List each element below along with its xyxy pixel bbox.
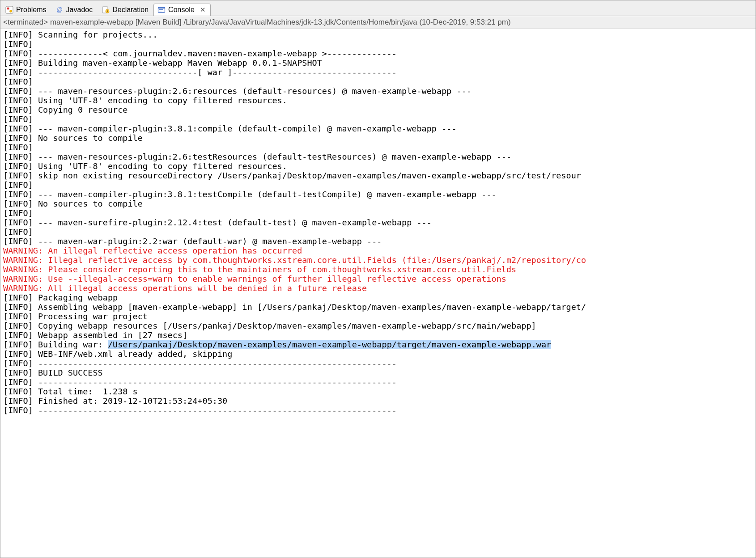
log-line: [INFO] Using 'UTF-8' encoding to copy fi…	[3, 161, 287, 171]
log-line: [INFO] --- maven-war-plugin:2.2:war (def…	[3, 237, 382, 246]
tab-label: Console	[168, 6, 195, 14]
close-tab-icon[interactable]: ✕	[200, 6, 206, 14]
tab-label: Declaration	[112, 6, 149, 14]
svg-rect-7	[158, 7, 165, 8]
svg-rect-8	[159, 9, 163, 10]
log-line: [INFO] Building maven-example-webapp Mav…	[3, 58, 322, 68]
process-info-bar: <terminated> maven-example-webapp [Maven…	[0, 16, 756, 29]
log-line: [INFO] Processing war project	[3, 312, 148, 321]
log-line: [INFO] --------------------------------[…	[3, 68, 397, 77]
log-line: [INFO] WEB-INF/web.xml already added, sk…	[3, 349, 232, 359]
log-line: [INFO]	[3, 39, 38, 49]
svg-point-1	[7, 8, 9, 10]
warning-line: WARNING: An illegal reflective access op…	[3, 246, 302, 255]
warning-line: WARNING: All illegal access operations w…	[3, 283, 367, 293]
selected-text: /Users/pankaj/Desktop/maven-examples/mav…	[108, 340, 551, 349]
log-line: [INFO] BUILD SUCCESS	[3, 368, 103, 377]
problems-icon	[5, 6, 13, 14]
log-line: [INFO] Finished at: 2019-12-10T21:53:24+…	[3, 396, 227, 406]
log-text: [INFO] Building war:	[3, 340, 108, 349]
warning-line: WARNING: Use --illegal-access=warn to en…	[3, 274, 506, 283]
console-output[interactable]: [INFO] Scanning for projects... [INFO] […	[0, 29, 756, 558]
log-line: [INFO] Assembling webapp [maven-example-…	[3, 302, 586, 312]
log-line: [INFO] ---------------------------------…	[3, 377, 397, 387]
log-line: [INFO] Packaging webapp	[3, 293, 118, 302]
tab-label: Problems	[16, 6, 47, 14]
log-line: [INFO] --- maven-resources-plugin:2.6:te…	[3, 152, 511, 161]
log-line: [INFO] Total time: 1.238 s	[3, 387, 138, 396]
log-line: [INFO]	[3, 143, 38, 152]
console-icon	[157, 6, 166, 14]
javadoc-icon: @	[55, 6, 64, 14]
log-line: [INFO] Using 'UTF-8' encoding to copy fi…	[3, 96, 287, 105]
warning-line: WARNING: Illegal reflective access by co…	[3, 255, 586, 265]
tab-console[interactable]: Console ✕	[153, 4, 211, 16]
log-line: [INFO] --- maven-compiler-plugin:3.8.1:t…	[3, 190, 497, 199]
log-line: [INFO]	[3, 77, 38, 86]
log-line: [INFO]	[3, 208, 38, 218]
log-line: [INFO] ---------------------------------…	[3, 406, 397, 415]
tab-javadoc[interactable]: @ Javadoc	[51, 4, 98, 16]
log-line: [INFO] --- maven-resources-plugin:2.6:re…	[3, 86, 471, 96]
view-tab-bar: Problems @ Javadoc Declaration Console ✕	[0, 0, 756, 16]
log-line: [INFO] No sources to compile	[3, 199, 143, 208]
log-line: [INFO] Copying 0 resource	[3, 105, 127, 114]
declaration-icon	[102, 6, 110, 14]
svg-text:@: @	[56, 6, 62, 13]
log-line: [INFO] skip non existing resourceDirecto…	[3, 171, 581, 180]
log-line: [INFO] --- maven-surefire-plugin:2.12.4:…	[3, 218, 432, 227]
log-line: [INFO] --- maven-compiler-plugin:3.8.1:c…	[3, 124, 457, 133]
svg-rect-9	[159, 11, 162, 11]
log-line: [INFO] Building war: /Users/pankaj/Deskt…	[3, 340, 551, 349]
svg-rect-0	[6, 6, 13, 13]
eclipse-view-frame: Problems @ Javadoc Declaration Console ✕…	[0, 0, 756, 558]
tab-declaration[interactable]: Declaration	[98, 4, 153, 16]
log-line: [INFO] Webapp assembled in [27 msecs]	[3, 330, 187, 340]
tab-label: Javadoc	[66, 6, 93, 14]
warning-line: WARNING: Please consider reporting this …	[3, 265, 516, 274]
tab-problems[interactable]: Problems	[1, 4, 51, 16]
log-line: [INFO] Scanning for projects...	[3, 30, 157, 39]
log-line: [INFO]	[3, 114, 38, 124]
log-line: [INFO] ---------------------------------…	[3, 359, 397, 368]
log-line: [INFO]	[3, 227, 38, 237]
log-line: [INFO] Copying webapp resources [/Users/…	[3, 321, 536, 330]
log-line: [INFO] No sources to compile	[3, 133, 143, 143]
log-line: [INFO]	[3, 180, 38, 190]
log-line: [INFO] -------------< com.journaldev.mav…	[3, 49, 397, 58]
svg-point-2	[10, 10, 12, 13]
